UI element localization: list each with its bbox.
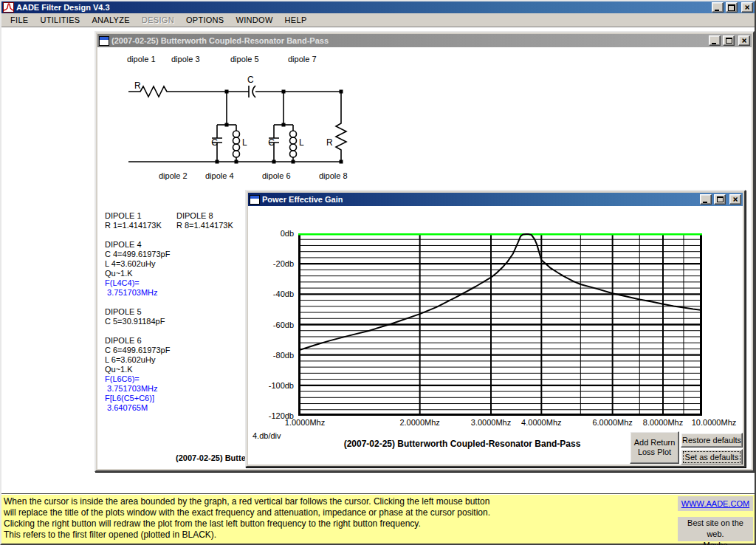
schematic-l4-label: L [242, 137, 247, 148]
y-tick-label: -80db [248, 351, 294, 360]
form-icon [250, 195, 260, 205]
y-tick-label: -60db [248, 321, 294, 329]
close-icon: × [744, 4, 749, 11]
restore-defaults-button[interactable]: Restore defaults [681, 433, 743, 448]
minimize-icon [703, 202, 707, 203]
filter-titlebar[interactable]: (2007-02-25) Butterworth Coupled-Resonat… [97, 34, 752, 47]
minimize-button[interactable] [712, 2, 724, 13]
schematic-l6-label: L [299, 137, 304, 148]
menu-utilities[interactable]: UTILITIES [34, 14, 86, 26]
add-return-loss-button[interactable]: Add Return Loss Plot [630, 431, 679, 464]
tagline-line2: Maybe [678, 540, 753, 545]
dipole-label-8: dipole 8 [319, 171, 348, 180]
plot-window: Power Effective Gain × 0db-20db-40db-60d… [245, 190, 746, 467]
dipole-label-2: dipole 2 [159, 171, 188, 180]
schematic-c4-label: C [211, 137, 218, 148]
link-box: WWW.AADE.COM [678, 496, 753, 511]
dipole-pair: DIPOLE 1R 1=1.414173K [105, 211, 176, 230]
tagline-line1: Best site on the web. [678, 518, 753, 540]
x-tick-label: 8.0000Mhz [643, 418, 683, 427]
set-defaults-button[interactable]: Set as defaults [681, 449, 743, 465]
schematic-r-out-label: R [326, 137, 333, 148]
schematic-c6-label: C [268, 137, 275, 148]
filter-minimize-button[interactable] [709, 35, 721, 46]
filter-title: (2007-02-25) Butterworth Coupled-Resonat… [111, 36, 329, 45]
schematic-r-in-label: R [134, 80, 141, 91]
y-tick-label: -20db [248, 259, 294, 268]
menu-file[interactable]: FILE [4, 14, 34, 26]
plot-minimize-button[interactable] [700, 194, 712, 205]
close-icon: × [741, 37, 746, 44]
minimize-icon [712, 43, 716, 44]
status-line: This refers to the first filter opened (… [4, 529, 490, 541]
form-icon [99, 36, 109, 46]
status-lines: When the cursor is inside the area bound… [4, 496, 490, 541]
menu-design: DESIGN [136, 14, 180, 26]
y-axis-labels: 0db-20db-40db-60db-80db-100db-120db [248, 206, 295, 428]
x-axis-labels: 1.0000Mhz2.0000Mhz3.0000Mhz4.0000Mhz6.00… [248, 418, 743, 428]
close-button[interactable]: × [741, 2, 753, 13]
maximize-icon [717, 196, 724, 202]
restore-icon [728, 4, 735, 11]
menu-analyze[interactable]: ANALYZE [86, 14, 135, 26]
db-div-label: 4.db/div [252, 431, 281, 440]
plot-close-button[interactable]: × [729, 194, 741, 205]
status-line: will replace the title of the plots wind… [4, 507, 490, 518]
maximize-icon [726, 38, 732, 44]
x-tick-label: 1.0000Mhz [285, 418, 325, 427]
aade-link[interactable]: WWW.AADE.COM [681, 499, 749, 508]
menu-window[interactable]: WINDOW [230, 14, 279, 26]
plot-title: Power Effective Gain [262, 195, 343, 204]
y-tick-label: -40db [248, 289, 294, 298]
status-line: When the cursor is inside the area bound… [4, 496, 490, 507]
menu-bar: FILE UTILITIES ANALYZE DESIGN OPTIONS WI… [1, 13, 755, 27]
close-icon: × [732, 196, 738, 203]
mdi-area: (2007-02-25) Butterworth Coupled-Resonat… [1, 27, 755, 493]
main-window: AADE Filter Design V4.3 × FILE UTILITIES… [0, 0, 756, 545]
app-icon [3, 2, 14, 13]
restore-button[interactable] [726, 2, 738, 13]
plot-caption: (2007-02-25) Butterworth Coupled-Resonat… [344, 439, 581, 449]
dipole-label-4: dipole 4 [205, 171, 234, 180]
y-tick-label: 0db [248, 229, 294, 238]
tagline-box: Best site on the web. Maybe [678, 517, 753, 541]
plot-window-content: 0db-20db-40db-60db-80db-100db-120db 1.00… [248, 206, 743, 465]
x-tick-label: 10.0000Mhz [692, 418, 737, 427]
main-title: AADE Filter Design V4.3 [16, 3, 110, 12]
x-tick-label: 4.0000Mhz [521, 418, 561, 427]
plot-area[interactable] [298, 233, 702, 416]
menu-options[interactable]: OPTIONS [180, 14, 230, 26]
x-tick-label: 3.0000Mhz [471, 418, 511, 427]
schematic-c-coupling-label: C [247, 75, 254, 85]
x-tick-label: 6.0000Mhz [592, 418, 632, 427]
dipole-pair: DIPOLE 8R 8=1.414173K [176, 211, 233, 230]
status-line: Clicking the right button will redraw th… [4, 518, 490, 529]
dipole-label-6: dipole 6 [262, 171, 291, 180]
plot-maximize-button[interactable] [714, 194, 726, 205]
main-titlebar[interactable]: AADE Filter Design V4.3 × [1, 1, 755, 13]
plot-titlebar[interactable]: Power Effective Gain × [248, 193, 743, 206]
menu-help[interactable]: HELP [279, 14, 313, 26]
status-panel: When the cursor is inside the area bound… [1, 493, 755, 544]
minimize-icon [715, 10, 719, 11]
x-tick-label: 2.0000Mhz [399, 418, 439, 427]
filter-close-button[interactable]: × [738, 35, 750, 46]
filter-maximize-button[interactable] [723, 35, 735, 46]
y-tick-label: -100db [248, 381, 294, 390]
